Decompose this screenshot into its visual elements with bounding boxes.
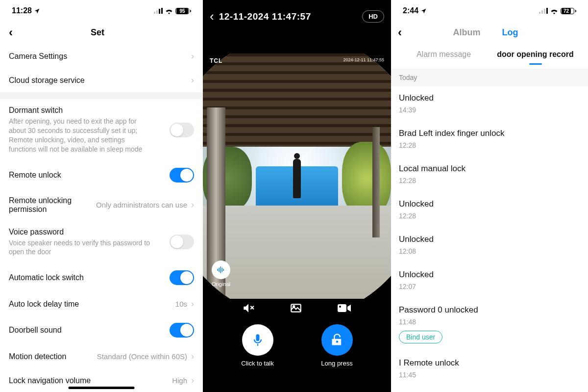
row-cloud-storage[interactable]: Cloud storage service › bbox=[0, 68, 203, 92]
camera-ts-overlay: 2024-12-11 11:47:55 bbox=[343, 57, 384, 62]
wifi-icon bbox=[165, 8, 173, 14]
row-doorbell-sound[interactable]: Doorbell sound bbox=[0, 316, 203, 344]
doorbell-toggle[interactable] bbox=[170, 323, 194, 338]
record-button[interactable] bbox=[337, 303, 352, 315]
auto-lock-toggle[interactable] bbox=[170, 270, 194, 285]
svg-rect-3 bbox=[161, 8, 163, 14]
waveform-icon bbox=[212, 261, 230, 279]
chevron-right-icon: › bbox=[191, 351, 194, 362]
log-time: 11:48 bbox=[399, 318, 580, 326]
row-remote-unlock[interactable]: Remote unlock bbox=[0, 161, 203, 189]
settings-list: Camera Settings › Cloud storage service … bbox=[0, 44, 203, 392]
svg-rect-16 bbox=[541, 10, 543, 14]
person-figure bbox=[293, 159, 301, 198]
subtab-door-record[interactable]: door opening record bbox=[490, 45, 581, 64]
cellular-icon bbox=[539, 8, 548, 14]
row-remote-permission[interactable]: Remote unlocking permission Only adminis… bbox=[0, 189, 203, 221]
camera-nav: ‹ 12-11-2024 11:47:57 HD bbox=[203, 0, 391, 29]
hd-button[interactable]: HD bbox=[362, 10, 384, 23]
chevron-right-icon: › bbox=[191, 299, 194, 309]
camera-actions: Click to talk Long press bbox=[203, 321, 391, 372]
dormant-toggle[interactable] bbox=[170, 123, 194, 137]
camera-tool-row bbox=[203, 299, 391, 321]
row-camera-settings[interactable]: Camera Settings › bbox=[0, 44, 203, 68]
unlock-button[interactable]: Long press bbox=[321, 324, 352, 367]
row-auto-lock[interactable]: Automatic lock switch bbox=[0, 263, 203, 292]
svg-rect-17 bbox=[544, 9, 545, 14]
clock: 2:44 bbox=[403, 6, 418, 15]
log-title: I Remote unlock bbox=[399, 358, 580, 368]
tab-album[interactable]: Album bbox=[453, 27, 481, 38]
battery-icon: 95 bbox=[175, 8, 191, 14]
svg-rect-4 bbox=[218, 269, 219, 271]
home-indicator bbox=[69, 387, 135, 389]
row-voice-password[interactable]: Voice password Voice speaker needs to ve… bbox=[0, 221, 203, 264]
log-list[interactable]: Unlocked14:39Brad Left index finger unlo… bbox=[391, 86, 588, 387]
chevron-right-icon: › bbox=[191, 200, 194, 210]
battery-icon: 72 bbox=[561, 8, 576, 14]
camera-view[interactable]: TCL 2024-12-11 11:47:55 Original bbox=[203, 53, 391, 299]
status-bar: 11:28 95 bbox=[0, 0, 203, 22]
chevron-right-icon: › bbox=[191, 375, 194, 386]
log-screen: 2:44 72 ‹ Album Log Alarm message door o… bbox=[391, 0, 588, 392]
settings-screen: 11:28 95 ‹ Set Camera Settings › Cloud s… bbox=[0, 0, 203, 392]
svg-rect-6 bbox=[220, 266, 221, 273]
camera-screen: ‹ 12-11-2024 11:47:57 HD TCL 2024-12-11 … bbox=[203, 0, 391, 392]
location-icon bbox=[34, 8, 40, 14]
log-time: 11:45 bbox=[399, 371, 580, 379]
svg-rect-0 bbox=[154, 12, 155, 14]
section-header: Today bbox=[391, 69, 588, 86]
wifi-icon bbox=[550, 8, 559, 14]
log-time: 14:39 bbox=[399, 106, 580, 114]
row-dormant-switch[interactable]: Dormant switch After opening, you need t… bbox=[0, 99, 203, 161]
svg-rect-2 bbox=[159, 9, 160, 14]
log-title: Unlocked bbox=[399, 199, 580, 209]
remote-unlock-toggle[interactable] bbox=[170, 168, 194, 183]
top-tabs: ‹ Album Log bbox=[391, 22, 588, 45]
log-item[interactable]: Unlocked14:39 bbox=[391, 86, 588, 122]
log-time: 12:08 bbox=[399, 247, 580, 255]
log-item[interactable]: Unlocked12:07 bbox=[391, 263, 588, 298]
log-time: 12:28 bbox=[399, 177, 580, 184]
log-title: Unlocked bbox=[399, 270, 580, 280]
svg-point-14 bbox=[339, 306, 341, 308]
clock: 11:28 bbox=[12, 6, 32, 15]
svg-rect-1 bbox=[156, 10, 158, 14]
camera-brand-overlay: TCL bbox=[210, 57, 222, 64]
chevron-right-icon: › bbox=[191, 75, 194, 85]
log-time: 12:07 bbox=[399, 283, 580, 290]
subtab-alarm[interactable]: Alarm message bbox=[398, 45, 490, 64]
chevron-right-icon: › bbox=[191, 51, 194, 61]
log-item[interactable]: Local manual lock12:28 bbox=[391, 157, 588, 192]
sub-tabs: Alarm message door opening record bbox=[391, 45, 588, 64]
svg-rect-15 bbox=[539, 12, 540, 14]
bind-user-button[interactable]: Bind user bbox=[399, 331, 442, 343]
svg-rect-18 bbox=[546, 8, 548, 14]
log-item[interactable]: Unlocked12:08 bbox=[391, 228, 588, 263]
mute-button[interactable] bbox=[242, 302, 255, 316]
snapshot-button[interactable] bbox=[290, 302, 302, 316]
status-bar: 2:44 72 bbox=[391, 0, 588, 22]
log-title: Brad Left index finger unlock bbox=[399, 129, 580, 138]
original-button[interactable]: Original bbox=[212, 261, 230, 287]
cellular-icon bbox=[154, 8, 163, 14]
talk-button[interactable]: Click to talk bbox=[241, 324, 273, 367]
svg-rect-8 bbox=[223, 269, 224, 271]
voice-password-toggle[interactable] bbox=[170, 235, 194, 249]
svg-rect-5 bbox=[219, 268, 220, 272]
log-time: 12:28 bbox=[399, 212, 580, 220]
log-item[interactable]: I Remote unlock11:45 bbox=[391, 351, 588, 387]
back-button[interactable]: ‹ bbox=[210, 9, 214, 24]
svg-rect-7 bbox=[222, 268, 223, 272]
row-motion-detection[interactable]: Motion detection Standard (Once within 6… bbox=[0, 344, 203, 368]
log-title: Unlocked bbox=[399, 93, 580, 103]
row-auto-delay[interactable]: Auto lock delay time 10s › bbox=[0, 292, 203, 316]
log-title: Unlocked bbox=[399, 235, 580, 244]
tab-log[interactable]: Log bbox=[502, 27, 518, 38]
svg-rect-13 bbox=[338, 304, 346, 312]
log-item[interactable]: Brad Left index finger unlock12:28 bbox=[391, 122, 588, 157]
page-title: Set bbox=[1, 27, 194, 38]
log-item[interactable]: Unlocked12:28 bbox=[391, 192, 588, 228]
log-item[interactable]: Password 0 unlocked11:48Bind user bbox=[391, 298, 588, 351]
nav-bar: ‹ Set bbox=[0, 22, 203, 44]
